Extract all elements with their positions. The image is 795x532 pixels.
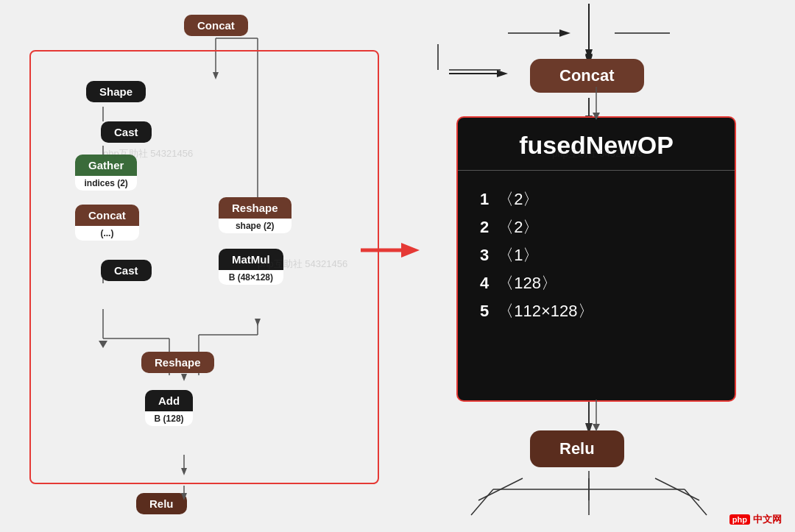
fused-items: 1 〈2〉 2 〈2〉 3 〈1〉 4 〈128〉 5 〈112×128〉 [458, 171, 735, 340]
svg-line-50 [471, 489, 493, 515]
left-relu-node: Relu [136, 493, 187, 514]
red-arrow-svg [361, 235, 420, 265]
cast1-node: Cast [101, 121, 152, 143]
svg-marker-29 [497, 70, 508, 77]
add-node: Add B (128) [145, 390, 193, 426]
red-box: Shape Cast Gather indices (2) Concat [29, 50, 379, 484]
fused-item-2: 2 〈2〉 [480, 216, 713, 238]
right-top-arrows [508, 0, 729, 66]
top-concat-label: Concat [197, 19, 235, 32]
red-arrow [361, 235, 420, 265]
left-panel: Concat Shape Cast Gather indices (2) [7, 0, 398, 532]
svg-line-42 [655, 478, 699, 500]
php-text: 中文网 [753, 513, 782, 526]
reshape2-node: Reshape [141, 352, 214, 373]
right-concat-node: Concat [530, 59, 644, 93]
matmul-node: MatMul B (48×128) [219, 249, 283, 285]
right-relu-node: Relu [530, 430, 624, 467]
reshape1-node: Reshape shape (2) [219, 197, 292, 233]
fused-box: fusedNewOP 1 〈2〉 2 〈2〉 3 〈1〉 4 〈128〉 [456, 116, 736, 402]
cast2-node: Cast [101, 260, 152, 281]
right-panel: Concat fusedNewOP 1 〈2〉 2 〈2〉 3 〈1〉 [434, 0, 780, 532]
gather-node: Gather indices (2) [75, 155, 137, 191]
svg-line-40 [478, 478, 523, 500]
fused-item-5: 5 〈112×128〉 [480, 300, 713, 322]
fused-item-4: 4 〈128〉 [480, 272, 713, 294]
inner-concat-node: Concat (...) [75, 205, 139, 241]
fused-title: fusedNewOP [458, 118, 735, 171]
top-concat-node: Concat [184, 15, 248, 36]
svg-line-52 [685, 489, 707, 515]
svg-marker-46 [559, 29, 570, 37]
php-badge: php [729, 514, 750, 525]
main-container: Concat Shape Cast Gather indices (2) [0, 0, 795, 532]
php-label: php 中文网 [729, 513, 782, 526]
fused-item-3: 3 〈1〉 [480, 244, 713, 266]
svg-marker-27 [401, 243, 420, 258]
fused-item-1: 1 〈2〉 [480, 188, 713, 210]
shape-node: Shape [86, 81, 146, 102]
